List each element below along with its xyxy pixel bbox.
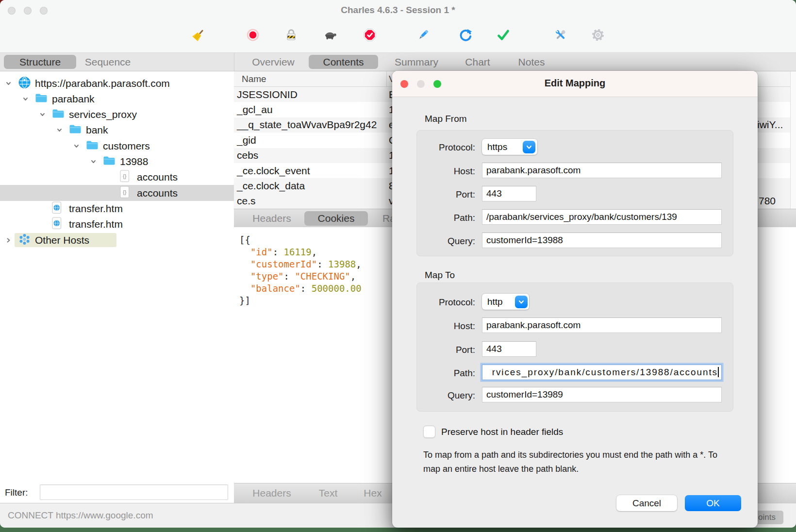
- cookie-name: cebs: [237, 150, 258, 161]
- cookie-tab-headers[interactable]: Headers: [252, 209, 291, 227]
- pen-icon[interactable]: [416, 28, 430, 42]
- tab-overview[interactable]: Overview: [252, 53, 295, 71]
- filter-input[interactable]: [40, 484, 228, 500]
- cancel-button[interactable]: Cancel: [616, 495, 677, 511]
- tree-item-label: bank: [86, 124, 108, 136]
- cookie-value-fragment: iwiY...: [757, 119, 783, 131]
- map-from-path-input[interactable]: /parabank/services_proxy/bank/customers/…: [482, 209, 722, 225]
- map-to-path-input[interactable]: rvices_proxy/bank/customers/13988/accoun…: [482, 365, 722, 380]
- chevron-down-icon: [523, 141, 535, 153]
- cookie-tab-cookies[interactable]: Cookies: [304, 211, 368, 226]
- chevron-down-icon[interactable]: [73, 142, 80, 150]
- window-title: Charles 4.6.3 - Session 1 *: [0, 5, 796, 16]
- tree-item-label: accounts: [137, 187, 178, 199]
- column-header-name[interactable]: Name: [242, 71, 266, 87]
- main-tabbar: Structure Sequence OverviewContentsSumma…: [0, 52, 796, 71]
- column-divider[interactable]: [386, 71, 387, 87]
- json-line: [{: [239, 234, 250, 246]
- map-to-query-input[interactable]: customerId=13989: [482, 387, 722, 402]
- map-from-port-label: Port:: [402, 189, 475, 200]
- tree-item-label: 13988: [120, 156, 148, 167]
- cookie-name: _ce.clock_event: [237, 165, 310, 177]
- map-from-host-label: Host:: [402, 166, 475, 177]
- tree-item-label: customers: [103, 140, 150, 152]
- tree-item-accounts[interactable]: {}accounts: [0, 169, 234, 185]
- lock-icon[interactable]: [284, 28, 298, 42]
- ok-button[interactable]: OK: [685, 495, 741, 511]
- tab-structure[interactable]: Structure: [4, 55, 76, 69]
- tree-item-label: accounts: [137, 171, 178, 183]
- globe-icon: [18, 76, 31, 91]
- block-shield-icon[interactable]: [363, 28, 377, 42]
- response-tab-hex[interactable]: Hex: [364, 483, 381, 503]
- tree-item-parabank[interactable]: parabank: [0, 91, 234, 107]
- map-from-port-input[interactable]: 443: [482, 186, 536, 201]
- cookie-name: JSESSIONID: [237, 89, 298, 100]
- map-from-section-label: Map From: [425, 114, 467, 124]
- check-icon[interactable]: [497, 28, 510, 42]
- chevron-down-icon[interactable]: [5, 80, 12, 87]
- chevron-right-icon[interactable]: [5, 236, 12, 244]
- map-from-path-label: Path:: [402, 213, 475, 223]
- svg-text:{}: {}: [123, 189, 127, 195]
- map-to-protocol-select[interactable]: http: [482, 294, 529, 310]
- tab-notes[interactable]: Notes: [518, 53, 545, 71]
- tree-item-transfer-htm[interactable]: transfer.htm: [0, 216, 234, 233]
- structure-tree-panel: https://parabank.parasoft.comparabankser…: [0, 71, 234, 503]
- text-caret: [718, 367, 719, 377]
- turtle-icon[interactable]: [324, 28, 337, 42]
- tree-item-accounts[interactable]: {}accounts: [0, 185, 234, 201]
- hosts-icon: [18, 233, 31, 248]
- refresh-icon[interactable]: [459, 28, 472, 42]
- status-text: CONNECT https://www.google.com: [8, 510, 153, 521]
- tools-icon[interactable]: [554, 28, 567, 42]
- map-from-protocol-label: Protocol:: [402, 142, 475, 153]
- tab-chart[interactable]: Chart: [465, 53, 490, 71]
- chevron-down-icon[interactable]: [22, 95, 29, 102]
- tree-item-customers[interactable]: customers: [0, 138, 234, 154]
- folder-icon: [35, 93, 48, 105]
- tree-item-label: transfer.htm: [69, 218, 123, 230]
- json-line: "id": 16119,: [239, 246, 317, 258]
- tree-item-label: Other Hosts: [35, 234, 89, 246]
- chevron-down-icon: [515, 296, 528, 308]
- json-icon: {}: [120, 186, 130, 200]
- map-to-host-input[interactable]: parabank.parasoft.com: [482, 317, 722, 333]
- tab-sequence[interactable]: Sequence: [85, 53, 131, 71]
- json-line: }]: [239, 295, 250, 307]
- cookie-name: _gcl_au: [237, 104, 273, 116]
- tab-contents[interactable]: Contents: [309, 55, 378, 69]
- map-from-query-input[interactable]: customerId=13988: [482, 233, 722, 248]
- tree-item-services-proxy[interactable]: services_proxy: [0, 107, 234, 123]
- chevron-down-icon[interactable]: [39, 111, 46, 118]
- cookie-name: _gid: [237, 134, 256, 146]
- tree-item-https-parabank-parasoft-com[interactable]: https://parabank.parasoft.com: [0, 75, 234, 91]
- gear-icon[interactable]: [591, 28, 605, 42]
- svg-text:{}: {}: [123, 173, 127, 179]
- preserve-host-checkbox[interactable]: [423, 426, 435, 438]
- response-tab-headers[interactable]: Headers: [252, 483, 291, 503]
- json-line: "customerId": 13988,: [239, 258, 362, 270]
- map-from-protocol-select[interactable]: https: [482, 139, 537, 155]
- cookie-value-fragment: 780: [759, 195, 776, 207]
- folder-icon: [52, 109, 65, 121]
- table-scrollbar[interactable]: [790, 71, 796, 209]
- response-tab-text[interactable]: Text: [319, 483, 338, 503]
- tree-item-bank[interactable]: bank: [0, 122, 234, 138]
- chevron-down-icon[interactable]: [90, 158, 97, 166]
- map-to-path-label: Path:: [402, 368, 475, 379]
- map-to-port-input[interactable]: 443: [482, 341, 536, 357]
- tree-item-13988[interactable]: 13988: [0, 154, 234, 170]
- map-from-host-input[interactable]: parabank.parasoft.com: [482, 163, 722, 178]
- filter-label: Filter:: [5, 487, 28, 498]
- edit-mapping-dialog: Edit Mapping Map From Protocol: https Ho…: [392, 71, 758, 528]
- chevron-down-icon[interactable]: [56, 127, 63, 134]
- tree-item-transfer-htm[interactable]: transfer.htm: [0, 200, 234, 216]
- folder-icon: [103, 156, 116, 168]
- tree-item-other-hosts[interactable]: Other Hosts: [0, 232, 234, 248]
- broom-icon[interactable]: [192, 28, 205, 42]
- tab-summary[interactable]: Summary: [395, 53, 438, 71]
- json-line: "balance": 500000.00: [239, 283, 362, 295]
- record-icon[interactable]: [246, 28, 260, 42]
- folder-icon: [69, 124, 82, 136]
